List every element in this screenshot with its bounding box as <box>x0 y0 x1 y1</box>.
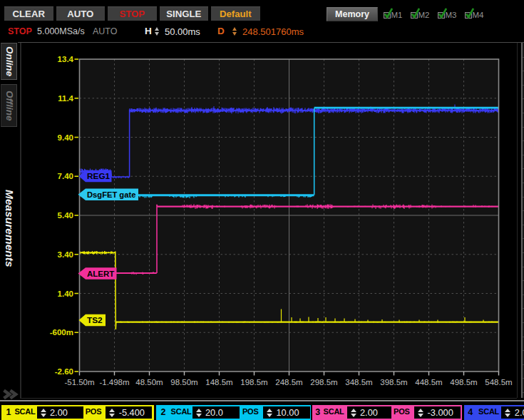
svg-text:1.40: 1.40 <box>58 290 73 298</box>
svg-text:ALERT: ALERT <box>87 270 114 278</box>
svg-text:198.5m: 198.5m <box>240 378 267 386</box>
svg-text:9.40: 9.40 <box>58 133 73 142</box>
svg-text:DsgFET gate: DsgFET gate <box>87 190 135 199</box>
svg-text:REG1: REG1 <box>87 171 111 181</box>
svg-text:3.40: 3.40 <box>58 250 73 259</box>
svg-text:548.5m: 548.5m <box>485 378 512 386</box>
svg-text:498.5m: 498.5m <box>450 378 477 386</box>
svg-text:5.40: 5.40 <box>58 211 73 220</box>
svg-text:398.5m: 398.5m <box>380 378 407 386</box>
svg-text:TS2: TS2 <box>87 315 103 325</box>
svg-text:98.50m: 98.50m <box>170 378 197 386</box>
svg-text:13.4: 13.4 <box>58 55 74 63</box>
svg-text:11.4: 11.4 <box>58 94 73 103</box>
svg-text:348.5m: 348.5m <box>345 378 372 386</box>
svg-text:248.5m: 248.5m <box>275 378 302 386</box>
svg-text:48.50m: 48.50m <box>135 378 163 386</box>
svg-text:7.40: 7.40 <box>58 172 73 180</box>
svg-text:-600m: -600m <box>50 328 73 337</box>
svg-text:298.5m: 298.5m <box>310 378 337 386</box>
svg-text:-1.498m: -1.498m <box>99 378 129 386</box>
svg-text:148.5m: 148.5m <box>205 378 232 386</box>
svg-text:-51.50m: -51.50m <box>64 378 94 386</box>
svg-text:448.5m: 448.5m <box>415 378 442 386</box>
svg-text:-2.60: -2.60 <box>55 367 73 376</box>
